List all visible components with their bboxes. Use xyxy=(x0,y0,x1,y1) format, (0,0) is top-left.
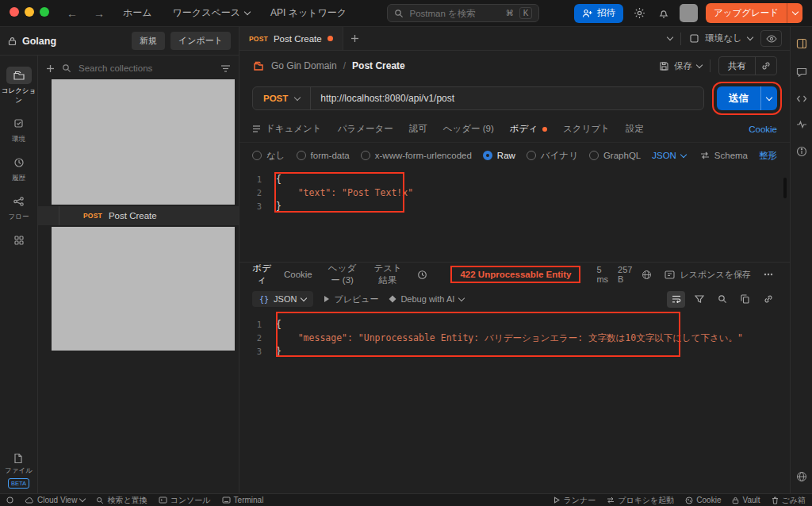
environment-selector[interactable]: 環境なし xyxy=(689,33,753,44)
response-tab-cookies[interactable]: Cookie xyxy=(284,270,312,279)
upgrade-button[interactable]: アップグレード xyxy=(706,3,802,23)
filter-icon[interactable] xyxy=(220,64,231,73)
response-tab-body[interactable]: ボディ xyxy=(252,263,271,286)
response-body-viewer[interactable]: 1 { 2 "message": "Unprocessable Entity: … xyxy=(239,312,790,493)
back-icon[interactable]: ← xyxy=(63,7,82,20)
save-response-button[interactable]: レスポンスを保存 xyxy=(665,269,751,281)
connection-status-icon[interactable] xyxy=(6,496,13,504)
forward-icon[interactable]: → xyxy=(90,7,109,20)
preview-button[interactable]: プレビュー xyxy=(324,293,378,305)
sidebar-item-environments[interactable]: 環境 xyxy=(1,112,37,148)
environment-quick-look-button[interactable] xyxy=(760,30,782,47)
tab-params[interactable]: パラメーター xyxy=(338,123,393,135)
tab-body[interactable]: ボディ xyxy=(510,123,547,135)
global-search-input[interactable] xyxy=(409,9,500,18)
pulse-icon[interactable] xyxy=(796,121,807,128)
comments-icon[interactable] xyxy=(796,67,807,77)
beautify-button[interactable]: 整形 xyxy=(759,150,777,162)
sidebar-item-files[interactable]: ファイル BETA xyxy=(5,453,33,489)
workspace-name[interactable]: Golang xyxy=(22,36,56,47)
search-icon[interactable] xyxy=(713,291,731,308)
start-proxy-button[interactable]: プロキシを起動 xyxy=(607,495,674,506)
breadcrumb-separator: / xyxy=(343,60,346,71)
filter-icon[interactable] xyxy=(690,291,708,308)
line-number: 1 xyxy=(239,318,270,332)
upgrade-dropdown[interactable] xyxy=(787,3,802,23)
panel-layout-icon[interactable] xyxy=(796,38,807,49)
window-zoom-button[interactable] xyxy=(40,7,49,17)
tab-scripts[interactable]: スクリプト xyxy=(563,123,610,135)
console-button[interactable]: コンソール xyxy=(159,495,211,506)
body-type-graphql[interactable]: GraphQL xyxy=(589,151,641,160)
collection-request-item[interactable]: POST Post Create xyxy=(38,206,239,225)
cookies-link[interactable]: Cookie xyxy=(749,125,777,134)
notifications-bell-icon[interactable] xyxy=(656,6,672,21)
copy-icon[interactable] xyxy=(736,291,754,308)
global-search[interactable]: ⌘ K xyxy=(387,4,539,22)
editor-scrollbar[interactable] xyxy=(783,178,787,198)
copy-link-button[interactable] xyxy=(755,57,776,75)
trash-button[interactable]: ごみ箱 xyxy=(772,495,806,506)
body-type-binary[interactable]: バイナリ xyxy=(527,150,578,162)
tab-headers[interactable]: ヘッダー (9) xyxy=(443,123,494,135)
code-snippet-icon[interactable] xyxy=(796,94,807,103)
nav-api-network[interactable]: API ネットワーク xyxy=(264,6,353,20)
plus-icon[interactable] xyxy=(46,64,55,73)
breadcrumb-parent[interactable]: Go Gin Domain xyxy=(271,60,337,71)
body-type-urlencoded[interactable]: x-www-form-urlencoded xyxy=(361,151,472,160)
nav-home[interactable]: ホーム xyxy=(117,6,159,20)
share-button[interactable]: 共有 xyxy=(719,57,755,75)
sidebar-item-more-modules[interactable] xyxy=(1,228,37,252)
save-floppy-icon xyxy=(659,61,669,71)
import-button[interactable]: インポート xyxy=(170,32,231,50)
cloud-view-button[interactable]: Cloud View xyxy=(25,496,85,504)
debug-with-ai-button[interactable]: Debug with AI xyxy=(389,294,464,304)
vault-button[interactable]: Vault xyxy=(732,496,760,504)
sidebar-item-collections[interactable]: コレクション xyxy=(1,63,37,109)
open-request-tab[interactable]: POST Post Create xyxy=(239,27,343,50)
send-button[interactable]: 送信 xyxy=(717,86,777,110)
invite-button[interactable]: 招待 xyxy=(574,4,623,23)
file-icon xyxy=(13,453,23,464)
schema-button[interactable]: Schema xyxy=(700,151,748,160)
request-body-editor[interactable]: 1 { 2 "text": "Post Text!x" 3 } xyxy=(239,168,790,262)
info-icon[interactable] xyxy=(796,146,807,157)
sidebar-item-history[interactable]: 履歴 xyxy=(1,151,37,186)
runner-button[interactable]: ランナー xyxy=(553,495,596,506)
response-history-icon[interactable] xyxy=(416,266,429,283)
nav-workspaces[interactable]: ワークスペース xyxy=(167,6,256,20)
response-format-selector[interactable]: {} JSON xyxy=(252,291,313,307)
tab-authorization[interactable]: 認可 xyxy=(409,123,427,135)
cookies-button[interactable]: Cookie xyxy=(685,496,721,504)
tab-documentation[interactable]: ドキュメント xyxy=(252,123,322,135)
body-type-form-data[interactable]: form-data xyxy=(297,151,350,160)
tab-settings[interactable]: 設定 xyxy=(626,123,644,135)
body-type-none[interactable]: なし xyxy=(252,150,285,162)
more-options-icon[interactable] xyxy=(759,266,777,283)
tab-list-chevron-icon[interactable] xyxy=(667,34,673,40)
send-options-dropdown[interactable] xyxy=(760,86,777,110)
terminal-button[interactable]: Terminal xyxy=(222,496,264,504)
window-minimize-button[interactable] xyxy=(25,7,34,17)
method-selector[interactable]: POST xyxy=(253,87,311,109)
response-tab-tests[interactable]: テスト結果 xyxy=(372,263,404,286)
globe-icon[interactable] xyxy=(796,471,807,482)
find-replace-button[interactable]: 検索と置換 xyxy=(96,495,147,506)
request-actions: 保存 共有 xyxy=(659,56,777,75)
user-avatar[interactable] xyxy=(680,4,698,22)
window-close-button[interactable] xyxy=(10,7,19,17)
raw-language-selector[interactable]: JSON xyxy=(652,151,686,160)
new-button[interactable]: 新規 xyxy=(132,32,165,50)
link-icon[interactable] xyxy=(759,291,777,308)
url-input[interactable] xyxy=(311,93,703,104)
sidebar-item-flows[interactable]: フロー xyxy=(1,190,37,225)
lock-icon xyxy=(8,36,17,46)
new-tab-button[interactable] xyxy=(343,27,367,50)
settings-gear-icon[interactable] xyxy=(631,5,648,21)
globe-icon[interactable] xyxy=(642,270,652,280)
collections-search-input[interactable] xyxy=(79,63,213,73)
save-button[interactable]: 保存 xyxy=(659,60,702,72)
wrap-text-icon[interactable] xyxy=(667,291,685,308)
response-tab-headers[interactable]: ヘッダー (3) xyxy=(325,263,359,286)
body-type-raw[interactable]: Raw xyxy=(483,151,515,160)
